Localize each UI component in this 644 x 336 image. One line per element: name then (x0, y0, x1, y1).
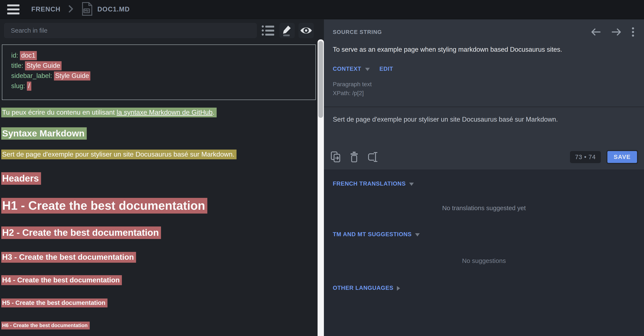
source-string[interactable]: Style Guide (25, 61, 61, 70)
translated-string[interactable]: Tu peux écrire du contenu en utilisant l… (1, 108, 217, 117)
heading-h2: H2 - Create the best documentation (1, 227, 316, 238)
search-input[interactable] (4, 23, 257, 38)
source-string[interactable]: H6 - Create the best documentation (1, 321, 90, 329)
search-row (0, 20, 318, 38)
paragraph-intro: Tu peux écrire du contenu en utilisant l… (1, 108, 316, 116)
pencil-icon (282, 25, 292, 36)
paragraph-sert-de-page: Sert de page d'exemple pour styliser un … (1, 150, 316, 158)
select-text-button[interactable] (368, 151, 378, 163)
heading-h3: H3 - Create the best documentation (1, 253, 316, 262)
source-string-text: To serve as an example page when styling… (324, 37, 644, 53)
chevron-down-icon (415, 233, 420, 236)
frontmatter-line: slug: / (11, 81, 309, 91)
breadcrumb-file-label: DOC1.MD (97, 6, 130, 13)
previous-string-button[interactable] (590, 28, 601, 37)
document-scrollbar[interactable] (318, 39, 324, 336)
list-icon (262, 25, 274, 37)
trash-icon (350, 151, 358, 163)
scrollbar-thumb[interactable] (318, 41, 323, 118)
chevron-down-icon (365, 68, 370, 71)
heading-h1: H1 - Create the best documentation (1, 199, 316, 213)
heading-headers: Headers (1, 173, 316, 184)
pending-string[interactable]: Sert de page d'exemple pour styliser un … (1, 149, 236, 159)
heading-h5: H5 - Create the best documentation (1, 299, 316, 306)
chevron-right-icon (397, 286, 400, 291)
breadcrumb-project[interactable]: FRENCH (31, 6, 60, 13)
next-string-button[interactable] (611, 28, 622, 37)
edit-mode-button[interactable] (280, 23, 295, 38)
source-string-section: SOURCE STRING To (324, 20, 644, 170)
inline-link[interactable]: la syntaxe Markdown de GitHub (116, 108, 212, 116)
context-meta-type: Paragraph text (333, 80, 635, 89)
source-string[interactable]: doc1 (20, 51, 36, 60)
copy-source-icon (331, 151, 341, 163)
tm-mt-suggestions-empty: No suggestions (324, 257, 644, 264)
frontmatter-block: id: doc1 title: Style Guide sidebar_labe… (2, 45, 316, 100)
strings-list-button[interactable] (260, 23, 276, 38)
context-meta: Paragraph text XPath: /p[2] (324, 80, 644, 98)
source-string[interactable]: H1 - Create the best documentation (1, 198, 207, 214)
top-bar: FRENCH DOC1.MD (0, 0, 644, 19)
frontmatter-line: sidebar_label: Style Guide (11, 71, 309, 81)
translated-string[interactable]: Syntaxe Markdown (1, 127, 87, 140)
kebab-icon (632, 27, 634, 37)
clear-translation-button[interactable] (350, 151, 358, 163)
source-string[interactable]: Headers (1, 172, 41, 185)
preview-mode-button[interactable] (298, 23, 314, 38)
char-counter: 73 • 74 (570, 151, 601, 163)
md-file-icon (81, 2, 93, 17)
chevron-down-icon (409, 183, 414, 186)
save-button[interactable]: SAVE (606, 150, 638, 164)
source-string[interactable]: H2 - Create the best documentation (1, 227, 161, 239)
eye-icon (300, 26, 312, 35)
menu-icon[interactable] (7, 5, 20, 15)
arrow-left-icon (590, 28, 601, 37)
source-string[interactable]: H3 - Create the best documentation (1, 252, 136, 263)
source-string[interactable]: Style Guide (54, 71, 90, 81)
source-string[interactable]: H5 - Create the best documentation (1, 298, 108, 307)
breadcrumb-file[interactable]: DOC1.MD (81, 2, 130, 17)
french-translations-empty: No translations suggested yet (324, 205, 644, 212)
suggestions-section: FRENCH TRANSLATIONS No translations sugg… (324, 170, 644, 336)
heading-h4: H4 - Create the best documentation (1, 276, 316, 284)
context-meta-xpath: XPath: /p[2] (333, 89, 635, 98)
tm-mt-suggestions-toggle[interactable]: TM AND MT SUGGESTIONS (333, 231, 412, 238)
source-string[interactable]: / (27, 82, 31, 91)
arrow-right-icon (611, 28, 622, 37)
document-preview: id: doc1 title: Style Guide sidebar_labe… (0, 38, 318, 336)
context-edit-button[interactable]: EDIT (380, 66, 393, 72)
source-string-title: SOURCE STRING (333, 29, 382, 35)
select-text-icon (368, 151, 378, 163)
more-menu-button[interactable] (632, 27, 634, 37)
copy-source-button[interactable] (331, 151, 341, 163)
heading-h6: H6 - Create the best documentation (1, 322, 316, 328)
translation-panel: SOURCE STRING To (324, 20, 644, 336)
source-string[interactable]: H4 - Create the best documentation (1, 275, 122, 285)
other-languages-toggle[interactable]: OTHER LANGUAGES (333, 285, 394, 291)
heading-syntaxe-markdown: Syntaxe Markdown (1, 128, 316, 138)
french-translations-toggle[interactable]: FRENCH TRANSLATIONS (333, 181, 406, 187)
context-toggle[interactable]: CONTEXT (333, 66, 361, 72)
frontmatter-line: id: doc1 (11, 50, 309, 61)
chevron-right-icon (68, 5, 74, 14)
translation-input[interactable]: Sert de page d'exemple pour styliser un … (324, 107, 644, 150)
document-panel: id: doc1 title: Style Guide sidebar_labe… (0, 20, 318, 336)
frontmatter-line: title: Style Guide (11, 61, 309, 71)
